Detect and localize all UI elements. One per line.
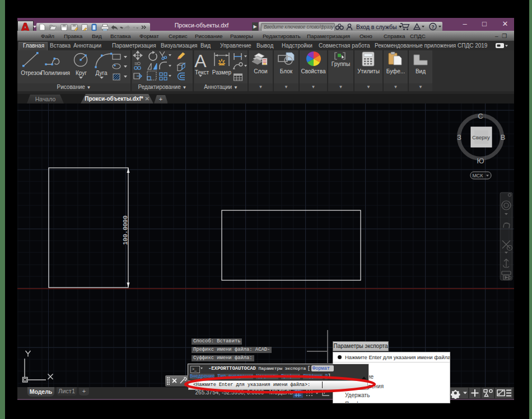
svg-text:А: А	[194, 51, 207, 71]
svg-text:З: З	[457, 133, 461, 142]
svg-text:100.0000: 100.0000	[122, 215, 129, 245]
svg-text:Сверху: Сверху	[472, 134, 490, 140]
svg-text:МСК: МСК	[472, 173, 483, 178]
svg-text:С: С	[478, 112, 483, 120]
svg-text:В: В	[501, 133, 506, 142]
svg-text:Ю: Ю	[477, 157, 484, 165]
svg-text:?: ?	[431, 24, 435, 30]
